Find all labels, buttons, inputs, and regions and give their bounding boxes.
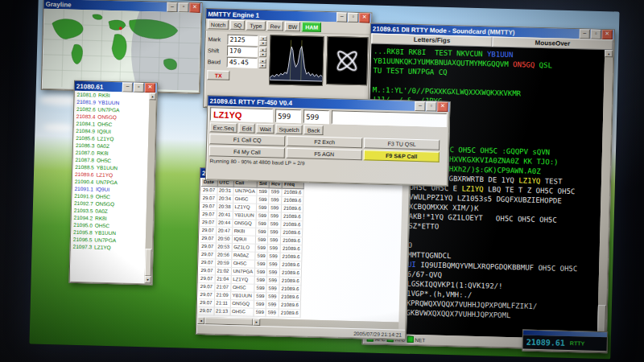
log-cell: IQ9UI	[232, 236, 256, 245]
log-cell: 599	[254, 284, 266, 292]
field-value[interactable]: 45.45	[227, 57, 258, 68]
spot-call: RK8I	[97, 150, 109, 157]
monitor-screen: Grayline –▫✕	[29, 0, 619, 359]
engine-sq-button[interactable]: SQ	[230, 20, 245, 30]
close-button[interactable]: ✕	[189, 3, 200, 13]
rig-wait-button[interactable]: Wait	[257, 124, 275, 134]
scroll-down-icon[interactable]: ▼	[144, 276, 151, 283]
log-cell: 21089.6	[279, 309, 300, 318]
scroll-up-icon[interactable]: ▲	[605, 50, 613, 57]
close-button[interactable]: ✕	[145, 83, 155, 93]
rx-text: YB1UUN	[487, 50, 514, 59]
spinner: ▴▾	[259, 58, 266, 68]
log-cell: 29.07	[199, 282, 215, 291]
macro-f5-agn-button[interactable]: F5 AGN	[287, 148, 362, 160]
field-value[interactable]: 170	[227, 46, 258, 57]
log-cell: UN7PGA	[231, 268, 255, 277]
log-cell: 21089.6	[279, 285, 301, 294]
rig-back-button[interactable]: Back	[304, 125, 324, 135]
field-label: Baud	[208, 59, 225, 65]
macro-f4-my-call-button[interactable]: F4 My Call	[209, 146, 285, 158]
rst-rcvd-field[interactable]: 599	[303, 109, 329, 124]
rx-text: QSL	[535, 61, 552, 70]
rig-control-window: 21089.61 RTTY FT-450 V0.4 –▫✕ LZ1YQ 599 …	[205, 95, 451, 187]
log-cell: 599	[254, 276, 266, 284]
log-cell: 599	[266, 293, 279, 301]
tx-button[interactable]: TX	[207, 70, 229, 80]
status-item: NET	[407, 336, 425, 343]
log-cell: 21:11	[214, 299, 230, 308]
log-cell: 20:59	[215, 259, 231, 268]
log-cell: 599	[269, 196, 282, 204]
engine-notch-button[interactable]: Notch	[208, 19, 229, 30]
frequency-display-window: 21089.61 RTTY	[522, 330, 608, 354]
rx-text: TU TEST UN7PGA CQ	[373, 67, 447, 76]
spin-down-icon[interactable]: ▾	[259, 63, 266, 68]
log-cell: 29.07	[201, 187, 217, 195]
macro-f2-exch-button[interactable]: F2 Exch	[287, 136, 362, 148]
log-cell: 599	[266, 269, 279, 277]
spin-down-icon[interactable]: ▾	[259, 40, 266, 45]
bandmap-spot[interactable]: 21097.3LZ1YQ	[72, 243, 146, 252]
macro-f3-tu-qsl-button[interactable]: F3 TU QSL	[364, 138, 440, 150]
bandmap-list: 21081.0RK8I21081.9YB1UUN21082.6UN7PGA210…	[71, 91, 150, 283]
macro-f9-s-p-call-button[interactable]: F9 S&P Call	[364, 150, 440, 162]
window-controls: –▫✕	[415, 101, 448, 112]
minimize-button[interactable]: –	[122, 82, 133, 92]
log-cell: OH5C	[230, 283, 254, 292]
log-cell: 20:38	[217, 203, 233, 212]
maximize-button[interactable]: ▫	[426, 101, 436, 111]
log-cell: 20:53	[216, 243, 232, 252]
maximize-button[interactable]: ▫	[348, 13, 358, 23]
rst-sent-field[interactable]: 599	[275, 109, 301, 123]
engine-ham-button[interactable]: HAM	[302, 22, 321, 32]
rig-edit-button[interactable]: Edit	[239, 123, 255, 134]
engine-type-button[interactable]: Type	[246, 20, 265, 31]
minimize-button[interactable]: –	[167, 2, 177, 12]
scrollbar-thumb[interactable]	[597, 305, 606, 332]
log-cell: 29.07	[198, 306, 214, 315]
engine-bw-button[interactable]: BW	[285, 22, 301, 32]
close-button[interactable]: ✕	[437, 102, 448, 112]
log-cell: 599	[256, 212, 268, 220]
maximize-button[interactable]: ▫	[591, 30, 601, 39]
log-window: 21089.61 RTTY 21089.61 - BandLog –▫✕ Dat…	[196, 167, 411, 340]
close-button[interactable]: ✕	[602, 30, 613, 39]
log-cell: 21089.6	[280, 269, 302, 278]
log-cell: 599	[255, 260, 267, 268]
log-cell: RK8I	[232, 228, 256, 237]
log-cell: 20:44	[216, 219, 232, 228]
window-controls: –▫✕	[122, 82, 155, 93]
rig-exc-seq-button[interactable]: Exc.Seq	[209, 122, 237, 133]
engine-main-panel: Mark2125▴▾Shift170▴▾Baud45.45▴▾ TX	[204, 31, 371, 89]
close-button[interactable]: ✕	[359, 13, 369, 23]
scroll-right-icon[interactable]: ►	[253, 319, 260, 326]
spot-call: IQ9UI	[97, 128, 111, 135]
map-window: Grayline –▫✕	[41, 0, 203, 94]
scroll-up-icon[interactable]: ▲	[149, 93, 155, 100]
engine-rev-button[interactable]: Rev	[266, 21, 283, 31]
scroll-left-icon[interactable]: ◄	[197, 317, 204, 324]
minimize-button[interactable]: –	[580, 29, 590, 39]
field-value[interactable]: 2125	[227, 35, 258, 46]
log-cell: 29.07	[200, 242, 216, 251]
minimize-button[interactable]: –	[336, 12, 347, 22]
scrollbar-thumb[interactable]	[145, 249, 152, 276]
log-cell: 599	[254, 308, 266, 316]
log-cell: 21089.6	[279, 277, 301, 286]
spot-call: RK8I	[95, 215, 107, 222]
frequency-panel: 21089.61 RTTY	[523, 335, 607, 352]
log-clock: 2005/07/29 21:14:21	[353, 331, 402, 338]
rig-squelch-button[interactable]: Squelch	[275, 124, 303, 134]
macro-f1-call-cq-button[interactable]: F1 Call CQ	[209, 134, 285, 146]
log-cell: 599	[255, 244, 267, 252]
dx-call-field[interactable]: LZ1YQ	[210, 107, 273, 122]
maximize-button[interactable]: ▫	[178, 2, 188, 12]
log-cell: 20:31	[217, 187, 233, 195]
minimize-button[interactable]: –	[415, 101, 425, 111]
exchange-field[interactable]	[332, 110, 447, 127]
rx-text: LZ1YQ	[461, 184, 483, 193]
log-cell: ON5GQ	[230, 299, 254, 308]
maximize-button[interactable]: ▫	[134, 83, 144, 93]
spin-down-icon[interactable]: ▾	[259, 51, 266, 56]
